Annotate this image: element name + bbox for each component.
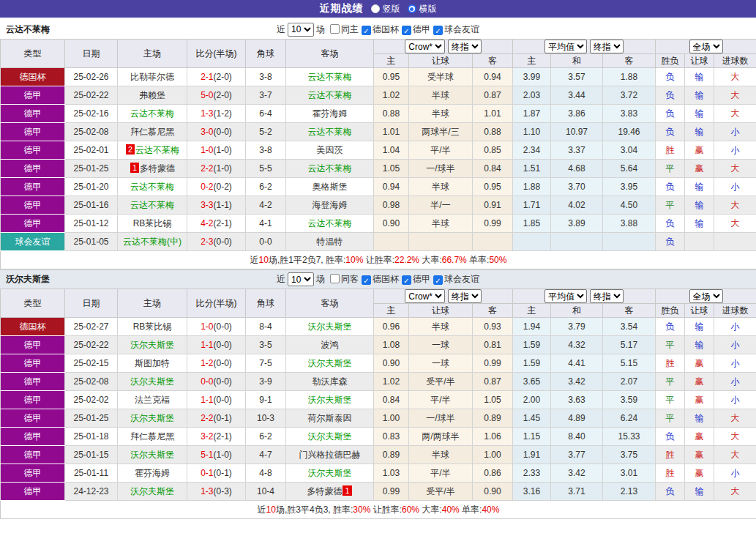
corners-cell: 9-1 [246,391,286,409]
average-odds-cell: 6.24 [603,409,656,428]
handicap-odds-cell: 0.95 [473,178,513,196]
team-name: 斯图加特 [135,358,170,368]
result-cell: 大 [714,86,756,105]
scope-select[interactable]: 全场 [689,40,723,53]
league-filter-checkbox[interactable] [402,275,411,285]
odds-time-select[interactable]: 终指 [448,289,482,303]
average-odds-cell: 3.04 [603,141,656,160]
summary-segment: 场,胜3平4负3, 胜率: [276,505,353,515]
league-filter-label: 球会友谊 [444,274,479,284]
result-cell: 负 [656,483,685,501]
odds-source-select[interactable]: Crow* [405,289,445,303]
handicap-odds-cell: 平/半 [409,141,473,160]
result-cell: 大 [714,68,756,86]
match-date: 25-02-15 [65,354,118,373]
result-cell: 负 [656,428,685,446]
score-cell: 3-0(0-0) [187,123,246,141]
team-name: 云达不莱梅 [308,218,352,228]
match-date: 25-02-08 [65,123,118,141]
table-row: 德甲25-02-22弗赖堡5-0(2-0)3-7云达不莱梅1.02半球0.872… [1,86,756,105]
recent-results-page: 近期战绩 竖版 横版 云达不莱梅 近 10 场 同主德国杯德甲球会友谊 类型 [0,0,756,519]
result-cell: 平 [656,391,685,409]
handicap-odds-cell: 0.94 [473,68,513,86]
match-date: 25-01-11 [65,464,118,483]
average-odds-cell: 19.46 [603,123,656,141]
recent-count-select[interactable]: 10 [288,23,314,37]
league-filter-checkbox[interactable] [362,26,371,35]
result-cell: 输 [685,178,714,196]
odds-time-select-2[interactable]: 终指 [590,289,624,303]
horizontal-radio-icon[interactable] [408,4,416,13]
league-filter-checkbox[interactable] [362,275,371,285]
match-type-badge: 德甲 [1,409,65,428]
league-filter-checkbox[interactable] [433,26,443,35]
home-team-cell: 法兰克福 [118,391,187,409]
result-cell: 负 [656,86,685,105]
handicap-odds-cell: 1.01 [374,123,409,141]
same-side-checkbox[interactable] [330,274,340,283]
vertical-layout-option[interactable]: 竖版 [371,3,400,15]
handicap-odds-cell: 半球 [409,178,473,196]
corners-cell: 6-2 [246,178,286,196]
handicap-odds-cell: 两球半/三 [409,123,473,141]
col-home: 主场 [118,40,187,68]
average-select[interactable]: 平均值 [544,40,587,53]
odds-time-select[interactable]: 终指 [448,40,482,53]
result-cell: 负 [656,178,685,196]
corners-cell: 8-4 [246,318,286,336]
score-cell: 2-2(0-1) [187,409,246,428]
score-cell: 2-2(1-0) [187,160,246,178]
col-corners: 角球 [246,289,286,318]
odds-time-select-2[interactable]: 终指 [590,40,624,53]
average-odds-cell: 2.03 [513,86,551,105]
league-filter-checkbox[interactable] [433,275,443,285]
scope-select[interactable]: 全场 [689,289,723,303]
col-date: 日期 [65,289,118,318]
handicap-odds-cell: 0.90 [374,354,409,373]
team-name: 沃尔夫斯堡 [130,413,174,423]
same-side-checkbox[interactable] [330,24,340,34]
col-handicap-result: 让球 [685,54,714,68]
team-name: 霍芬海姆 [312,108,348,119]
col-handicap-away: 客 [473,304,513,318]
handicap-odds-cell: 1.03 [374,464,409,483]
match-type-badge: 德甲 [1,428,65,446]
handicap-odds-cell: 半球 [409,105,473,123]
team-name: 波鸿 [321,340,339,350]
result-cell: 赢 [685,354,714,373]
handicap-odds-cell: 一/球半 [409,409,473,428]
home-team-cell: 拜仁慕尼黑 [118,428,187,446]
table-row: 德国杯25-02-27RB莱比锡1-0(0-0)8-4沃尔夫斯堡0.96半球0.… [1,318,756,336]
horizontal-layout-option[interactable]: 横版 [408,3,437,15]
league-filter-checkbox[interactable] [402,26,411,35]
result-cell: 负 [656,233,685,251]
result-cell: 胜 [656,446,685,464]
average-odds-cell: 1.45 [513,409,551,428]
table-row: 德甲25-02-22沃尔夫斯堡1-1(0-0)3-5波鸿1.08一球0.811.… [1,336,756,354]
average-odds-cell: 3.70 [551,178,603,196]
bremen-section-header: 云达不莱梅 近 10 场 同主德国杯德甲球会友谊 [0,20,756,39]
score-cell: 3-2(2-1) [187,428,246,446]
filter-controls: 近 10 场 同主德国杯德甲球会友谊 [277,23,479,37]
average-odds-cell: 8.40 [551,428,603,446]
col-handicap-home: 主 [374,304,409,318]
match-type-badge: 德甲 [1,86,65,105]
odds-source-select[interactable]: Crow* [405,40,445,53]
average-select[interactable]: 平均值 [544,289,587,303]
result-cell: 平 [656,409,685,428]
result-cell: 输 [685,196,714,215]
vertical-radio-icon[interactable] [371,4,380,13]
result-cell: 赢 [685,373,714,391]
team-name: 沃尔夫斯堡 [308,358,352,368]
result-cell: 小 [714,178,756,196]
corners-cell: 10-4 [246,483,286,501]
score-cell: 0-1(0-1) [187,464,246,483]
result-cell: 赢 [685,464,714,483]
match-date: 25-01-18 [65,428,118,446]
handicap-odds-cell: 0.91 [473,196,513,215]
team-name: 勒沃库森 [312,376,348,387]
recent-count-select[interactable]: 10 [288,272,314,286]
average-odds-cell: 3.42 [551,373,603,391]
scope-group: 全场 [656,289,756,304]
team-name: 云达不莱梅 [308,163,352,174]
